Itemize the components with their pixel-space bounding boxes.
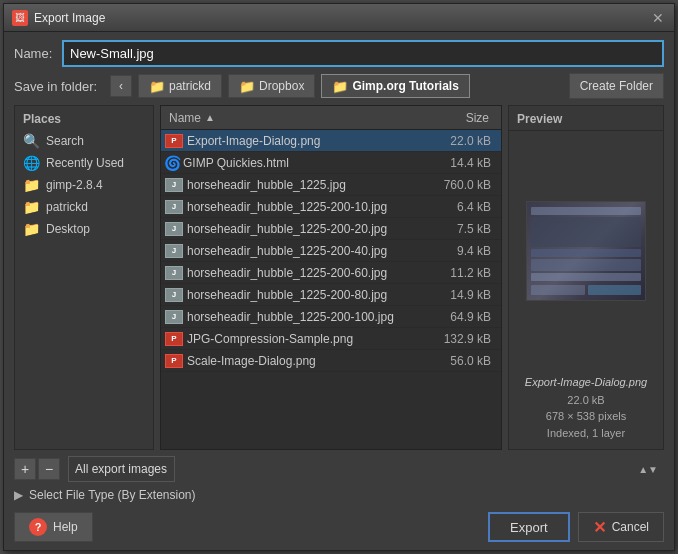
name-row: Name: (14, 40, 664, 67)
file-name: horseheadir_hubble_1225-200-20.jpg (187, 222, 417, 236)
dialog-body: Name: Save in folder: ‹ 📁 patrickd 📁 Dro… (4, 32, 674, 550)
bottom-controls: + − All export images PNG images JPEG im… (14, 456, 664, 482)
globe-icon: 🌐 (23, 155, 40, 171)
sidebar-item-patrickd[interactable]: 📁 patrickd (15, 196, 153, 218)
create-folder-button[interactable]: Create Folder (569, 73, 664, 99)
select-arrow-icon: ▲▼ (638, 464, 658, 475)
file-name: GIMP Quickies.html (183, 156, 417, 170)
folder-back-button[interactable]: ‹ (110, 75, 132, 97)
table-row[interactable]: Jhorseheadir_hubble_1225-200-80.jpg14.9 … (161, 284, 501, 306)
file-type-icon: 🌀 (165, 156, 179, 170)
filter-select-wrapper: All export images PNG images JPEG images… (68, 456, 664, 482)
name-column-header[interactable]: Name ▲ (165, 111, 417, 125)
sidebar-item-search[interactable]: 🔍 Search (15, 130, 153, 152)
file-name: horseheadir_hubble_1225-200-80.jpg (187, 288, 417, 302)
add-remove-buttons: + − (14, 458, 60, 480)
cancel-icon: ✕ (593, 518, 606, 537)
file-type-icon: J (165, 178, 183, 192)
files-panel: Name ▲ Size PExport-Image-Dialog.png22.0… (160, 105, 502, 450)
file-type-icon: J (165, 244, 183, 258)
sidebar-item-recently-used-label: Recently Used (46, 156, 124, 170)
file-type-label[interactable]: Select File Type (By Extension) (29, 488, 196, 502)
file-type-icon: J (165, 310, 183, 324)
file-name: Export-Image-Dialog.png (187, 134, 417, 148)
sidebar-item-patrickd-label: patrickd (46, 200, 88, 214)
places-header: Places (15, 106, 153, 130)
file-type-icon: J (165, 288, 183, 302)
table-row[interactable]: Jhorseheadir_hubble_1225-200-40.jpg9.4 k… (161, 240, 501, 262)
file-type-row: ▶ Select File Type (By Extension) (14, 486, 664, 504)
file-size: 14.4 kB (417, 156, 497, 170)
file-size: 22.0 kB (417, 134, 497, 148)
help-button[interactable]: ? Help (14, 512, 93, 542)
folder-icon: 📁 (239, 79, 255, 94)
add-place-button[interactable]: + (14, 458, 36, 480)
preview-color-mode: Indexed, 1 layer (517, 425, 655, 442)
table-row[interactable]: 🌀GIMP Quickies.html14.4 kB (161, 152, 501, 174)
file-size: 56.0 kB (417, 354, 497, 368)
preview-block-2 (531, 259, 641, 271)
file-name: horseheadir_hubble_1225-200-10.jpg (187, 200, 417, 214)
save-in-folder-label: Save in folder: (14, 79, 104, 94)
preview-bottom-row (531, 285, 641, 295)
filename-input[interactable] (62, 40, 664, 67)
file-type-icon: P (165, 134, 183, 148)
dialog-icon: 🖼 (12, 10, 28, 26)
breadcrumb-gimp-tutorials[interactable]: 📁 Gimp.org Tutorials (321, 74, 469, 98)
sidebar-item-desktop-label: Desktop (46, 222, 90, 236)
preview-image-inner (527, 202, 645, 300)
folder-icon: 📁 (149, 79, 165, 94)
file-name: horseheadir_hubble_1225-200-60.jpg (187, 266, 417, 280)
name-label: Name: (14, 46, 54, 61)
file-size: 760.0 kB (417, 178, 497, 192)
preview-image (526, 201, 646, 301)
table-row[interactable]: PJPG-Compression-Sample.png132.9 kB (161, 328, 501, 350)
breadcrumb-dropbox-label: Dropbox (259, 79, 304, 93)
preview-info: Export-Image-Dialog.png 22.0 kB 678 × 53… (509, 372, 663, 450)
file-type-icon: P (165, 354, 183, 368)
preview-header: Preview (509, 106, 663, 131)
help-label: Help (53, 520, 78, 534)
folder-icon: 📁 (23, 177, 40, 193)
sidebar-item-search-label: Search (46, 134, 84, 148)
file-type-icon: J (165, 266, 183, 280)
preview-block-1 (531, 217, 641, 247)
size-column-header[interactable]: Size (417, 111, 497, 125)
close-button[interactable]: ✕ (650, 10, 666, 26)
export-button[interactable]: Export (488, 512, 570, 542)
bottom-area: + − All export images PNG images JPEG im… (14, 456, 664, 542)
file-name: JPG-Compression-Sample.png (187, 332, 417, 346)
preview-btn-1 (531, 285, 585, 295)
table-row[interactable]: Jhorseheadir_hubble_1225-200-10.jpg6.4 k… (161, 196, 501, 218)
file-size: 9.4 kB (417, 244, 497, 258)
search-icon: 🔍 (23, 133, 40, 149)
file-size: 11.2 kB (417, 266, 497, 280)
remove-place-button[interactable]: − (38, 458, 60, 480)
preview-btn-2 (588, 285, 642, 295)
table-row[interactable]: PScale-Image-Dialog.png56.0 kB (161, 350, 501, 372)
sidebar-item-gimp-284-label: gimp-2.8.4 (46, 178, 103, 192)
preview-panel: Preview (508, 105, 664, 450)
table-row[interactable]: Jhorseheadir_hubble_1225.jpg760.0 kB (161, 174, 501, 196)
table-row[interactable]: Jhorseheadir_hubble_1225-200-20.jpg7.5 k… (161, 218, 501, 240)
preview-filename: Export-Image-Dialog.png (517, 376, 655, 388)
table-row[interactable]: PExport-Image-Dialog.png22.0 kB (161, 130, 501, 152)
table-row[interactable]: Jhorseheadir_hubble_1225-200-100.jpg64.9… (161, 306, 501, 328)
file-type-expand-icon[interactable]: ▶ (14, 488, 23, 502)
sidebar-item-desktop[interactable]: 📁 Desktop (15, 218, 153, 240)
file-name: horseheadir_hubble_1225-200-40.jpg (187, 244, 417, 258)
main-area: Places 🔍 Search 🌐 Recently Used 📁 gimp-2… (14, 105, 664, 450)
sidebar-item-recently-used[interactable]: 🌐 Recently Used (15, 152, 153, 174)
title-bar: 🖼 Export Image ✕ (4, 4, 674, 32)
sidebar-item-gimp-284[interactable]: 📁 gimp-2.8.4 (15, 174, 153, 196)
filter-select[interactable]: All export images PNG images JPEG images… (68, 456, 175, 482)
breadcrumb-dropbox[interactable]: 📁 Dropbox (228, 74, 315, 98)
cancel-button[interactable]: ✕ Cancel (578, 512, 664, 542)
table-row[interactable]: Jhorseheadir_hubble_1225-200-60.jpg11.2 … (161, 262, 501, 284)
file-name: horseheadir_hubble_1225-200-100.jpg (187, 310, 417, 324)
files-list[interactable]: PExport-Image-Dialog.png22.0 kB🌀GIMP Qui… (161, 130, 501, 449)
preview-filesize: 22.0 kB (517, 392, 655, 409)
preview-image-container (509, 131, 663, 372)
breadcrumb-gimp-tutorials-label: Gimp.org Tutorials (352, 79, 458, 93)
breadcrumb-patrickd[interactable]: 📁 patrickd (138, 74, 222, 98)
